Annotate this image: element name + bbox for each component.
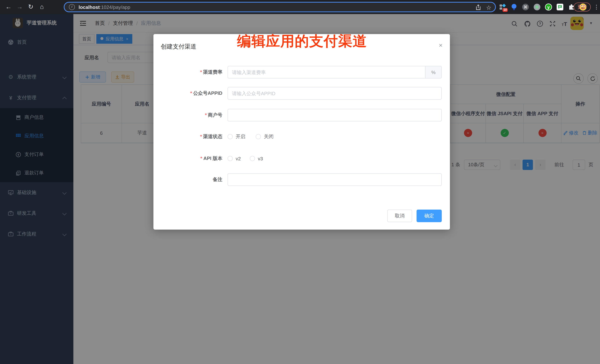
field-label-status: *渠道状态 (161, 130, 222, 143)
status-radio-group: 开启 关闭 (227, 133, 284, 140)
dialog-title: 创建支付渠道 (161, 43, 197, 51)
url-path: :1024/pay/app (100, 4, 130, 10)
screen: ← → ↻ ⌂ i localhost:1024/pay/app ☆ 10 ⌘ (0, 0, 600, 364)
extension-command-icon[interactable]: ⌘ (522, 3, 529, 11)
required-mark: * (205, 112, 207, 118)
field-label-merchant: *商户号 (161, 109, 222, 121)
address-bar[interactable]: i localhost:1024/pay/app ☆ (64, 2, 496, 12)
browser-reload-button[interactable]: ↻ (26, 2, 36, 12)
extension-y-icon[interactable]: y (545, 3, 552, 11)
app-window: 芋道管理系统 首页 ⚙ 系统管理 ¥ 支付管理 (0, 14, 600, 364)
radio-label-v3[interactable]: v3 (258, 156, 263, 161)
confirm-button[interactable]: 确定 (417, 209, 442, 222)
radio-status-open[interactable] (227, 134, 233, 139)
field-label-rate: *渠道费率 (161, 66, 222, 79)
url-host: localhost (79, 4, 100, 10)
field-label-remark: 备注 (161, 173, 222, 186)
site-info-icon[interactable]: i (69, 4, 75, 10)
close-icon[interactable]: × (439, 42, 442, 48)
remark-input[interactable] (227, 173, 442, 186)
rate-input[interactable] (227, 66, 425, 79)
extension-balloon-icon[interactable] (510, 3, 518, 11)
browser-forward-button[interactable]: → (15, 2, 24, 12)
browser-extensions: 10 ⌘ y (499, 2, 587, 12)
svg-text:y: y (547, 5, 550, 10)
browser-update-button[interactable]: 更新 (574, 3, 591, 11)
api-version-radio-group: v2 v3 (227, 155, 273, 162)
extension-pinned-icon[interactable]: 10 (499, 3, 506, 11)
merchant-no-input[interactable] (227, 109, 442, 121)
annotation-text: 编辑应用的支付渠道 (237, 32, 367, 51)
radio-label-open[interactable]: 开启 (236, 133, 245, 140)
radio-api-v3[interactable] (250, 156, 255, 161)
required-mark: * (200, 69, 202, 75)
radio-label-v2[interactable]: v2 (236, 156, 241, 161)
radio-status-closed[interactable] (256, 134, 261, 139)
required-mark: * (200, 134, 202, 139)
browser-toolbar: ← → ↻ ⌂ i localhost:1024/pay/app ☆ 10 ⌘ (0, 0, 600, 14)
share-icon[interactable] (475, 4, 481, 10)
field-label-appid: *公众号APPID (161, 87, 222, 100)
radio-api-v2[interactable] (227, 156, 233, 161)
appid-input[interactable] (227, 87, 442, 100)
url-text[interactable]: localhost:1024/pay/app (79, 4, 130, 10)
field-label-api-version: *API 版本 (161, 152, 222, 165)
create-channel-dialog: 创建支付渠道 × *渠道费率 % *公众号APPID *商户号 *渠道状态 开启… (153, 34, 450, 230)
percent-addon: % (425, 66, 442, 79)
extension-chat-icon[interactable] (556, 3, 564, 11)
rate-input-group: % (227, 66, 442, 79)
browser-back-button[interactable]: ← (4, 2, 13, 12)
svg-text:⌘: ⌘ (524, 5, 527, 9)
radio-label-closed[interactable]: 关闭 (264, 133, 273, 140)
required-mark: * (200, 155, 202, 161)
bookmark-star-icon[interactable]: ☆ (486, 4, 491, 11)
extension-badge: 10 (503, 8, 508, 12)
required-mark: * (190, 90, 192, 96)
browser-home-button[interactable]: ⌂ (37, 2, 47, 12)
cancel-button[interactable]: 取消 (387, 209, 412, 222)
browser-menu-icon[interactable]: ⋮ (594, 2, 599, 12)
extension-green-dot-icon[interactable] (533, 3, 541, 11)
